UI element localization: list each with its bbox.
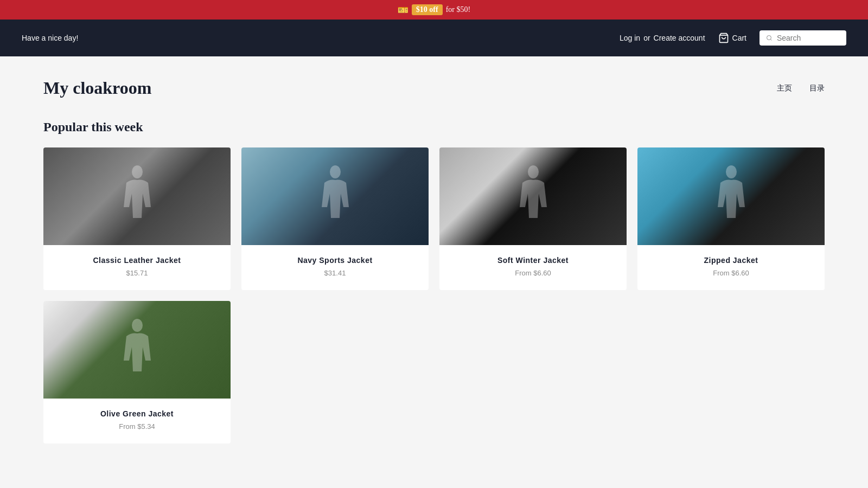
product-price-winter: From $6.60 bbox=[448, 269, 618, 277]
product-image-leather bbox=[43, 147, 231, 245]
product-name-leather: Classic Leather Jacket bbox=[52, 256, 222, 265]
product-card-navy[interactable]: Navy Sports Jacket $31.41 bbox=[241, 147, 429, 290]
product-price-zipped: From $6.60 bbox=[646, 269, 816, 277]
product-card-olive[interactable]: Olive Green Jacket From $5.34 bbox=[43, 301, 231, 444]
product-grid-row2: Olive Green Jacket From $5.34 bbox=[43, 301, 825, 444]
product-info-leather: Classic Leather Jacket $15.71 bbox=[43, 245, 231, 290]
cart-label: Cart bbox=[732, 34, 746, 42]
product-image-zipped bbox=[637, 147, 825, 245]
svg-point-4 bbox=[330, 165, 341, 178]
store-title: My cloakroom bbox=[43, 78, 151, 98]
product-price-olive: From $5.34 bbox=[52, 422, 222, 431]
main-content: Popular this week Classic Leather Jacket… bbox=[0, 109, 868, 465]
promo-text: for $50! bbox=[446, 5, 471, 14]
section-title: Popular this week bbox=[43, 120, 825, 134]
svg-point-3 bbox=[132, 165, 143, 178]
promo-icon: 🎫 bbox=[398, 5, 409, 15]
product-name-navy: Navy Sports Jacket bbox=[250, 256, 420, 265]
product-name-olive: Olive Green Jacket bbox=[52, 409, 222, 418]
store-header: My cloakroom 主页 目录 bbox=[0, 56, 868, 109]
product-card-winter[interactable]: Soft Winter Jacket From $6.60 bbox=[439, 147, 627, 290]
search-icon bbox=[766, 34, 773, 42]
product-card-zipped[interactable]: Zipped Jacket From $6.60 bbox=[637, 147, 825, 290]
product-name-zipped: Zipped Jacket bbox=[646, 256, 816, 265]
header-right: Log in or Create account Cart bbox=[620, 30, 846, 46]
product-info-zipped: Zipped Jacket From $6.60 bbox=[637, 245, 825, 290]
svg-point-7 bbox=[132, 319, 143, 332]
search-box[interactable] bbox=[760, 30, 846, 46]
nav-home[interactable]: 主页 bbox=[777, 84, 792, 93]
create-account-link[interactable]: Create account bbox=[654, 34, 705, 42]
product-name-winter: Soft Winter Jacket bbox=[448, 256, 618, 265]
product-grid-row1: Classic Leather Jacket $15.71 Navy Sport… bbox=[43, 147, 825, 290]
header-greeting: Have a nice day! bbox=[22, 34, 78, 42]
product-image-olive bbox=[43, 301, 231, 399]
promo-banner: 🎫 $10 off for $50! bbox=[0, 0, 868, 20]
product-image-winter bbox=[439, 147, 627, 245]
product-info-navy: Navy Sports Jacket $31.41 bbox=[241, 245, 429, 290]
product-price-navy: $31.41 bbox=[250, 269, 420, 277]
cart-button[interactable]: Cart bbox=[718, 33, 746, 43]
site-header: Have a nice day! Log in or Create accoun… bbox=[0, 20, 868, 56]
promo-badge: $10 off bbox=[412, 4, 443, 15]
cart-icon bbox=[718, 33, 729, 43]
store-nav: 主页 目录 bbox=[777, 84, 825, 93]
search-input[interactable] bbox=[777, 34, 840, 42]
product-info-winter: Soft Winter Jacket From $6.60 bbox=[439, 245, 627, 290]
auth-or: or bbox=[643, 34, 650, 42]
svg-point-6 bbox=[726, 165, 737, 178]
product-info-olive: Olive Green Jacket From $5.34 bbox=[43, 399, 231, 444]
product-card-leather[interactable]: Classic Leather Jacket $15.71 bbox=[43, 147, 231, 290]
svg-line-2 bbox=[770, 39, 771, 40]
nav-catalog[interactable]: 目录 bbox=[809, 84, 825, 93]
svg-point-5 bbox=[528, 165, 539, 178]
login-link[interactable]: Log in bbox=[620, 34, 640, 42]
svg-point-1 bbox=[767, 36, 771, 40]
header-auth: Log in or Create account bbox=[620, 34, 705, 42]
product-image-navy bbox=[241, 147, 429, 245]
product-price-leather: $15.71 bbox=[52, 269, 222, 277]
